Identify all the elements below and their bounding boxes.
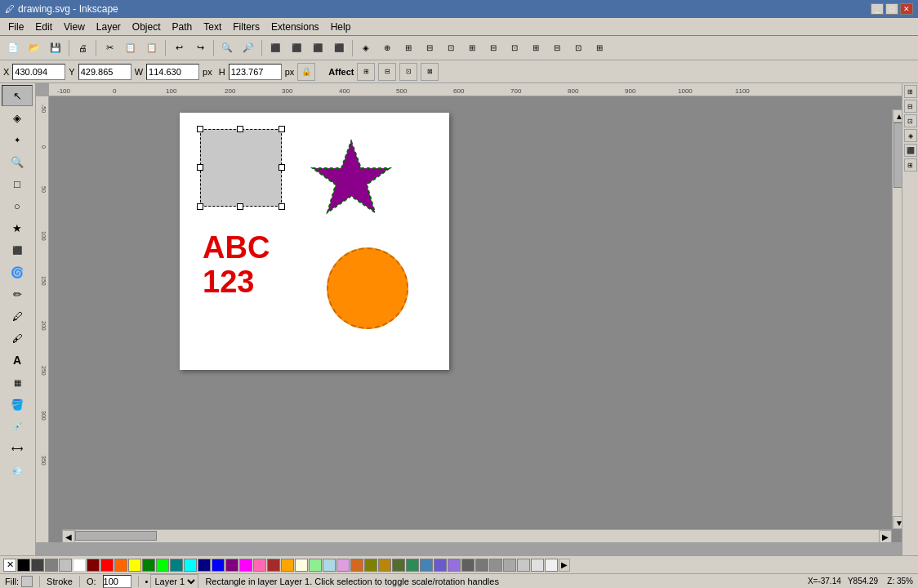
color-swatch[interactable] (128, 559, 141, 572)
maximize-button[interactable]: □ (885, 3, 898, 15)
selection-handle-br[interactable] (279, 203, 285, 210)
color-swatch[interactable] (448, 559, 461, 572)
color-swatch[interactable] (309, 559, 322, 572)
y-input[interactable] (78, 64, 131, 80)
paste-button[interactable]: 📋 (142, 38, 162, 58)
circle-shape[interactable] (327, 247, 408, 329)
gradient-tool-button[interactable]: ▦ (2, 372, 33, 393)
drawing-canvas[interactable]: ABC123 ◀ ▶ ▲ ▼ (49, 96, 905, 542)
spray-button[interactable]: 💨 (2, 460, 33, 481)
paint-bucket-button[interactable]: 🪣 (2, 394, 33, 415)
canvas-area[interactable]: -100 0 100 200 300 400 500 600 700 800 9… (36, 83, 918, 555)
color-swatch[interactable] (59, 559, 72, 572)
menu-extensions[interactable]: Extensions (266, 20, 324, 34)
color-swatch[interactable] (142, 559, 155, 572)
color-swatch[interactable] (267, 559, 280, 572)
connector-button[interactable]: ⟷ (2, 438, 33, 459)
rpanel-btn-6[interactable]: ⊞ (904, 158, 917, 172)
color-swatch[interactable] (170, 559, 183, 572)
rect-tool-button[interactable]: □ (2, 173, 33, 194)
box3d-tool-button[interactable]: ⬛ (2, 239, 33, 261)
affect-btn2[interactable]: ⊟ (378, 63, 396, 81)
save-button[interactable]: 💾 (46, 38, 65, 58)
menu-help[interactable]: Help (326, 20, 356, 34)
selection-handle-tr[interactable] (279, 126, 285, 132)
color-swatch[interactable] (73, 559, 86, 572)
ellipse-tool-button[interactable]: ○ (2, 195, 33, 216)
align-left-button[interactable]: ⬛ (265, 38, 285, 58)
snap10-button[interactable]: ⊡ (568, 38, 588, 58)
x-input[interactable] (12, 64, 65, 80)
snap11-button[interactable]: ⊞ (590, 38, 609, 58)
snap-button[interactable]: ⊕ (377, 38, 397, 58)
layer-selector[interactable]: Layer 1 (150, 574, 198, 589)
color-swatch[interactable] (198, 559, 211, 572)
color-swatch[interactable] (364, 559, 377, 572)
star-shape[interactable] (306, 137, 396, 227)
no-color-swatch[interactable]: ✕ (3, 559, 16, 572)
snap6-button[interactable]: ⊟ (484, 38, 503, 58)
cut-button[interactable]: ✂ (100, 38, 119, 58)
menu-filters[interactable]: Filters (228, 20, 265, 34)
text-shape[interactable]: ABC123 (203, 231, 270, 300)
snap7-button[interactable]: ⊡ (505, 38, 524, 58)
color-swatch[interactable] (420, 559, 433, 572)
color-swatch[interactable] (212, 559, 225, 572)
color-swatch[interactable] (184, 559, 197, 572)
spiral-tool-button[interactable]: 🌀 (2, 261, 33, 283)
color-swatch[interactable] (239, 559, 252, 572)
color-swatch[interactable] (517, 559, 530, 572)
align-center-button[interactable]: ⬛ (287, 38, 306, 58)
snap5-button[interactable]: ⊞ (462, 38, 482, 58)
color-swatch[interactable] (31, 559, 44, 572)
pencil-tool-button[interactable]: ✏ (2, 283, 33, 305)
redo-button[interactable]: ↪ (190, 38, 210, 58)
color-swatch[interactable] (461, 559, 475, 572)
color-swatch[interactable] (87, 559, 100, 572)
color-swatch[interactable] (378, 559, 391, 572)
text-tool-button[interactable]: A (2, 350, 33, 371)
color-swatch[interactable] (475, 559, 488, 572)
color-swatch[interactable] (156, 559, 169, 572)
opacity-input[interactable] (103, 575, 131, 588)
print-button[interactable]: 🖨 (73, 38, 92, 58)
color-swatch[interactable] (406, 559, 419, 572)
color-swatch[interactable] (503, 559, 516, 572)
eyedropper-button[interactable]: 💉 (2, 416, 33, 437)
tweak-tool-button[interactable]: ✦ (2, 129, 33, 150)
color-swatch[interactable] (281, 559, 294, 572)
node-button[interactable]: ◈ (356, 38, 376, 58)
h-input[interactable] (229, 64, 282, 80)
zoom-tool-button[interactable]: 🔍 (2, 151, 33, 172)
palette-scroll-right[interactable]: ▶ (559, 559, 570, 572)
lock-proportions-button[interactable]: 🔒 (297, 63, 315, 81)
pen-tool-button[interactable]: 🖊 (2, 305, 33, 327)
menu-path[interactable]: Path (167, 20, 198, 34)
titlebar-controls[interactable]: _ □ ✕ (871, 3, 913, 15)
selection-handle-tl[interactable] (197, 126, 203, 132)
color-swatch[interactable] (336, 559, 350, 572)
color-swatch[interactable] (392, 559, 405, 572)
zoom-in-button[interactable]: 🔍 (217, 38, 237, 58)
star-tool-button[interactable]: ★ (2, 217, 33, 238)
menu-file[interactable]: File (3, 20, 29, 34)
color-swatch[interactable] (17, 559, 30, 572)
affect-btn3[interactable]: ⊡ (399, 63, 417, 81)
calligraphy-tool-button[interactable]: 🖋 (2, 327, 33, 349)
selection-handle-ml[interactable] (197, 164, 203, 171)
select-tool-button[interactable]: ↖ (2, 85, 33, 106)
snap2-button[interactable]: ⊞ (399, 38, 418, 58)
selection-handle-bm[interactable] (237, 203, 243, 210)
color-swatch[interactable] (350, 559, 363, 572)
color-swatch[interactable] (434, 559, 447, 572)
color-swatch[interactable] (545, 559, 558, 572)
color-swatch[interactable] (531, 559, 544, 572)
color-swatch[interactable] (295, 559, 308, 572)
zoom-out-button[interactable]: 🔎 (238, 38, 258, 58)
scroll-right-button[interactable]: ▶ (879, 530, 892, 542)
close-button[interactable]: ✕ (900, 3, 913, 15)
node-tool-button[interactable]: ◈ (2, 107, 33, 128)
scroll-thumb-h[interactable] (75, 531, 157, 541)
color-swatch[interactable] (100, 559, 114, 572)
snap8-button[interactable]: ⊞ (526, 38, 546, 58)
